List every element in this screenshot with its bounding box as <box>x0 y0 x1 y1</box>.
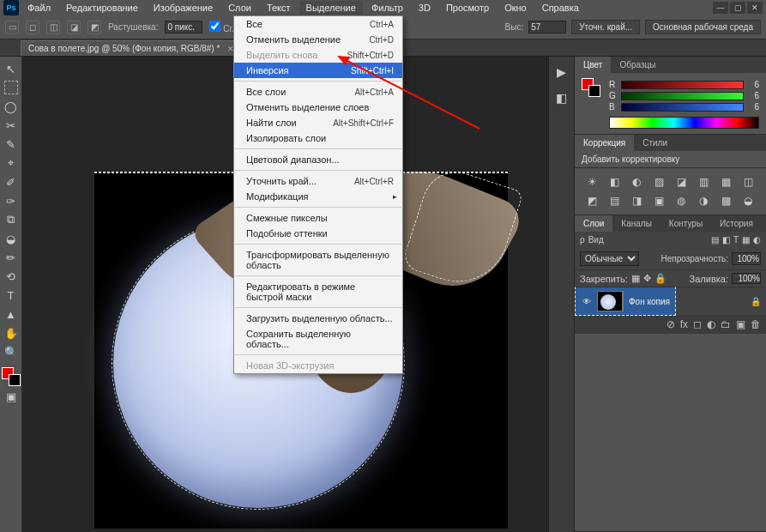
adjustment-icon[interactable]: ◨ <box>628 194 645 208</box>
tab-layers[interactable]: Слои <box>575 215 612 232</box>
menu-file[interactable]: Файл <box>21 1 57 15</box>
path-tool[interactable]: ▲ <box>3 305 20 323</box>
menu-view[interactable]: Просмотр <box>439 1 496 15</box>
layer-row[interactable]: 👁 Фон копия <box>575 287 676 316</box>
tab-history[interactable]: История <box>711 215 762 232</box>
hand-tool[interactable]: ✋ <box>3 324 20 342</box>
visibility-icon[interactable]: 👁 <box>581 297 593 306</box>
tab-paths[interactable]: Контуры <box>660 215 711 232</box>
menu-item[interactable]: Трансформировать выделенную область <box>234 247 402 273</box>
tab-adjustments[interactable]: Коррекция <box>575 135 634 151</box>
adjustment-icon[interactable]: ▦ <box>717 175 734 189</box>
lasso-tool[interactable]: ✂ <box>3 117 20 134</box>
menu-item[interactable]: Найти слоиAlt+Shift+Ctrl+F <box>234 115 402 130</box>
layer-filter-kind[interactable]: Вид <box>588 235 604 245</box>
lock-position-icon[interactable]: ✥ <box>643 273 651 284</box>
window-minimize[interactable]: — <box>713 2 728 14</box>
new-selection-icon[interactable]: ◻ <box>26 21 39 34</box>
play-icon[interactable]: ▶ <box>553 63 570 81</box>
menu-item[interactable]: Редактировать в режиме быстрой маски <box>234 279 402 305</box>
lock-all-icon[interactable]: 🔒 <box>654 273 666 284</box>
adjustment-icon[interactable]: ◒ <box>739 194 757 208</box>
fill-input[interactable] <box>732 273 761 284</box>
adjustment-layer-icon[interactable]: ◐ <box>707 318 715 330</box>
r-slider[interactable] <box>621 81 744 89</box>
delete-layer-icon[interactable]: 🗑 <box>751 318 761 330</box>
filter-icon[interactable]: ▤ <box>711 235 719 245</box>
menu-edit[interactable]: Редактирование <box>59 1 145 15</box>
adjustment-icon[interactable]: ☀ <box>583 175 600 189</box>
subtract-selection-icon[interactable]: ◪ <box>67 21 81 34</box>
menu-window[interactable]: Окно <box>498 1 534 15</box>
layer-thumb[interactable] <box>597 291 623 311</box>
properties-icon[interactable]: ◧ <box>553 89 570 106</box>
brush-tool[interactable]: ✐ <box>3 173 20 190</box>
menu-item[interactable]: Модификация <box>234 189 402 204</box>
adjustment-icon[interactable]: ▤ <box>606 194 623 208</box>
eyedropper-tool[interactable]: ⌖ <box>3 154 20 172</box>
filter-icon[interactable]: T <box>733 235 739 245</box>
filter-icon[interactable]: ◐ <box>753 235 761 245</box>
add-selection-icon[interactable]: ◫ <box>46 21 60 34</box>
menu-text[interactable]: Текст <box>260 1 298 15</box>
g-slider[interactable] <box>621 92 744 100</box>
move-tool[interactable]: ↖ <box>3 60 20 77</box>
adjustment-icon[interactable]: ◪ <box>673 175 690 189</box>
eraser-tool[interactable]: ⧉ <box>3 211 20 228</box>
history-brush-tool[interactable]: ⟲ <box>3 268 20 285</box>
refine-edge-button[interactable]: Уточн. край... <box>571 20 640 34</box>
feather-input[interactable] <box>165 21 202 33</box>
b-slider[interactable] <box>621 103 744 112</box>
tab-color[interactable]: Цвет <box>575 57 611 73</box>
group-icon[interactable]: 🗀 <box>721 318 731 330</box>
background-color[interactable] <box>9 374 21 386</box>
menu-item[interactable]: Отменить выделение слоев <box>234 100 402 115</box>
gradient-tool[interactable]: ◒ <box>3 230 20 247</box>
menu-item[interactable]: Отменить выделениеCtrl+D <box>234 32 402 47</box>
zoom-tool[interactable]: 🔍 <box>3 343 20 360</box>
menu-image[interactable]: Изображение <box>147 1 220 15</box>
menu-item[interactable]: ВсеCtrl+A <box>234 16 402 32</box>
adjustment-icon[interactable]: ◩ <box>583 194 600 208</box>
adjustment-icon[interactable]: ◍ <box>673 194 690 208</box>
lock-pixels-icon[interactable]: ▦ <box>631 273 640 284</box>
menu-item[interactable]: Все слоиAlt+Ctrl+A <box>234 84 402 100</box>
tab-swatches[interactable]: Образцы <box>611 57 664 73</box>
rect-marquee-tool[interactable] <box>3 79 20 96</box>
menu-item[interactable]: Загрузить выделенную область... <box>234 311 402 326</box>
adjustment-icon[interactable]: ▨ <box>650 175 667 189</box>
blend-mode-select[interactable]: Обычные <box>580 251 639 266</box>
layer-fx-icon[interactable]: fx <box>680 318 688 330</box>
panel-swatches[interactable] <box>582 78 600 97</box>
new-layer-icon[interactable]: ▣ <box>736 318 745 330</box>
opacity-input[interactable] <box>732 252 761 265</box>
document-tab[interactable]: Сова в полете.jpg @ 50% (Фон копия, RGB/… <box>21 40 245 56</box>
layer-mask-icon[interactable]: ◻ <box>693 318 702 330</box>
menu-select[interactable]: Выделение <box>299 1 363 15</box>
menu-layers[interactable]: Слои <box>221 1 258 15</box>
adjustment-icon[interactable]: ◑ <box>695 194 712 208</box>
adjustment-icon[interactable]: ◫ <box>739 175 757 189</box>
adjustment-icon[interactable]: ◐ <box>628 175 645 189</box>
menu-item[interactable]: Подобные оттенки <box>234 226 402 241</box>
type-tool[interactable]: T <box>3 287 20 304</box>
color-swatches[interactable] <box>2 367 21 386</box>
marquee-tool-icon[interactable]: ▭ <box>5 21 19 34</box>
intersect-selection-icon[interactable]: ◩ <box>87 21 101 34</box>
spectrum-bar[interactable] <box>609 117 759 129</box>
workspace-switcher[interactable]: Основная рабочая среда <box>645 20 761 34</box>
menu-help[interactable]: Справка <box>535 1 586 15</box>
stamp-tool[interactable]: ✑ <box>3 192 20 209</box>
link-layers-icon[interactable]: ⊘ <box>666 318 675 330</box>
quickmask-icon[interactable]: ▣ <box>3 388 20 405</box>
menu-item[interactable]: Сохранить выделенную область... <box>234 326 402 352</box>
ellipse-marquee-tool[interactable]: ◯ <box>3 98 20 115</box>
pen-tool[interactable]: ✏ <box>3 249 20 266</box>
adjustment-icon[interactable]: ▥ <box>695 175 712 189</box>
filter-icon[interactable]: ◧ <box>722 235 730 245</box>
menu-item[interactable]: Смежные пикселы <box>234 210 402 226</box>
menu-item[interactable]: Цветовой диапазон... <box>234 152 402 167</box>
window-maximize[interactable]: ▢ <box>730 2 745 14</box>
menu-3d[interactable]: 3D <box>412 1 437 15</box>
menu-item[interactable]: Уточнить край...Alt+Ctrl+R <box>234 173 402 189</box>
